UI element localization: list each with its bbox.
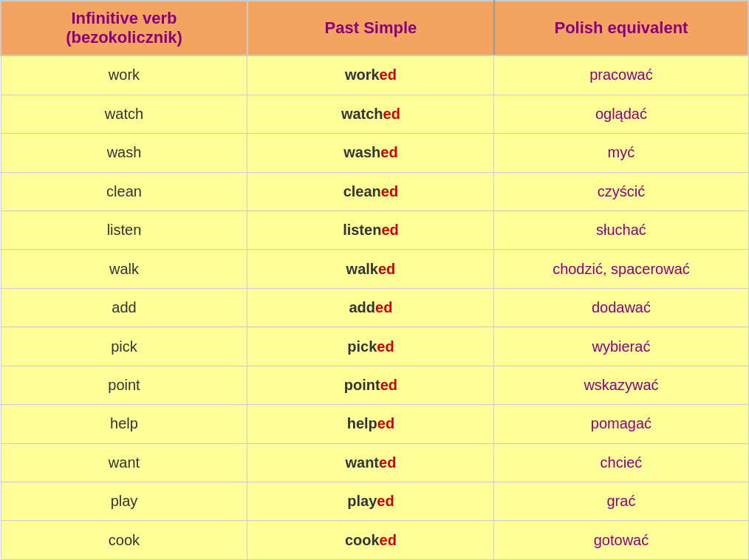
table-row: pickpickedwybierać [1, 327, 748, 366]
past-simple-suffix: ed [380, 377, 397, 393]
polish-cell: czyścić [494, 172, 748, 211]
polish-cell: dodawać [494, 288, 748, 327]
infinitive-cell: walk [1, 250, 247, 288]
past-simple-suffix: ed [379, 454, 396, 471]
past-simple-cell: played [247, 482, 494, 521]
past-simple-root: help [347, 415, 377, 431]
polish-cell: wskazywać [494, 366, 748, 404]
polish-cell: chodzić, spacerować [494, 250, 748, 288]
past-simple-root: play [347, 493, 377, 509]
header-row: Infinitive verb (bezokolicznik) Past Sim… [1, 1, 748, 55]
past-simple-suffix: ed [380, 532, 397, 548]
table-row: washwashedmyć [1, 134, 748, 172]
past-simple-cell: listened [247, 211, 494, 249]
past-simple-cell: cleaned [247, 172, 494, 211]
past-simple-root: want [345, 454, 379, 471]
infinitive-cell: wash [1, 134, 247, 172]
table-row: listenlistenedsłuchać [1, 211, 748, 249]
past-simple-cell: picked [247, 327, 494, 366]
past-simple-cell: pointed [247, 366, 494, 404]
table-row: addaddeddodawać [1, 288, 748, 327]
infinitive-cell: help [1, 405, 247, 443]
past-simple-suffix: ed [381, 183, 398, 199]
past-simple-cell: worked [247, 55, 494, 95]
past-simple-suffix: ed [381, 222, 398, 238]
past-simple-cell: watched [247, 95, 494, 133]
table-row: walkwalkedchodzić, spacerować [1, 250, 748, 288]
polish-cell: myć [494, 134, 748, 172]
infinitive-cell: clean [1, 172, 247, 211]
past-simple-cell: wanted [247, 443, 494, 482]
past-simple-suffix: ed [377, 493, 394, 509]
polish-cell: oglądać [494, 95, 748, 133]
polish-cell: wybierać [494, 327, 748, 366]
col-header-past-simple: Past Simple [247, 1, 494, 55]
col-header-infinitive: Infinitive verb (bezokolicznik) [1, 1, 247, 55]
past-simple-suffix: ed [377, 415, 394, 431]
table-row: helphelpedpomagać [1, 405, 748, 443]
infinitive-cell: cook [1, 521, 247, 560]
polish-cell: gotować [494, 521, 748, 560]
past-simple-cell: added [247, 288, 494, 327]
past-simple-root: cook [345, 532, 380, 548]
infinitive-cell: play [1, 482, 247, 521]
past-simple-root: work [345, 66, 380, 83]
infinitive-cell: want [1, 443, 247, 482]
past-simple-suffix: ed [375, 299, 392, 315]
table-row: playplayedgrać [1, 482, 748, 521]
past-simple-cell: washed [247, 134, 494, 172]
past-simple-root: add [349, 299, 375, 315]
table-row: wantwantedchcieć [1, 443, 748, 482]
infinitive-cell: add [1, 288, 247, 327]
past-simple-cell: walked [247, 250, 494, 288]
past-simple-root: watch [341, 106, 383, 122]
infinitive-cell: watch [1, 95, 247, 133]
table-container: Infinitive verb (bezokolicznik) Past Sim… [0, 0, 749, 560]
polish-cell: pracować [494, 55, 748, 95]
past-simple-suffix: ed [380, 66, 397, 83]
past-simple-root: listen [343, 222, 381, 238]
past-simple-suffix: ed [383, 106, 400, 122]
infinitive-cell: point [1, 366, 247, 404]
past-simple-cell: cooked [247, 521, 494, 560]
polish-cell: pomagać [494, 405, 748, 443]
table-row: watchwatchedoglądać [1, 95, 748, 133]
past-simple-root: wash [343, 144, 380, 160]
table-row: workworkedpracować [1, 55, 748, 95]
past-simple-root: walk [346, 261, 378, 277]
past-simple-cell: helped [247, 405, 494, 443]
col-header-polish: Polish equivalent [494, 1, 748, 55]
past-simple-suffix: ed [380, 144, 397, 160]
past-simple-root: pick [347, 338, 377, 355]
polish-cell: słuchać [494, 211, 748, 249]
infinitive-cell: listen [1, 211, 247, 249]
table-body: workworkedpracowaćwatchwatchedoglądaćwas… [1, 55, 748, 560]
past-simple-root: clean [343, 183, 381, 199]
polish-cell: chcieć [494, 443, 748, 482]
table-row: cleancleanedczyścić [1, 172, 748, 211]
infinitive-cell: pick [1, 327, 247, 366]
polish-cell: grać [494, 482, 748, 521]
past-simple-root: point [344, 377, 380, 393]
past-simple-suffix: ed [378, 261, 395, 277]
past-simple-suffix: ed [377, 338, 394, 355]
infinitive-cell: work [1, 55, 247, 95]
table-row: pointpointedwskazywać [1, 366, 748, 404]
table-row: cookcookedgotować [1, 521, 748, 560]
verb-table: Infinitive verb (bezokolicznik) Past Sim… [0, 0, 749, 560]
